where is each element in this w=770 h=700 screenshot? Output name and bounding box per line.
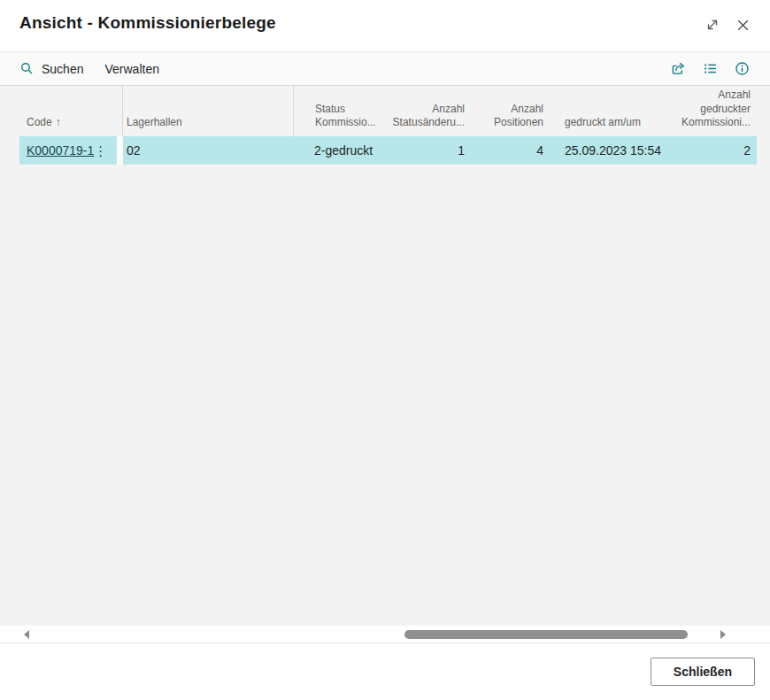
search-action[interactable]: Suchen bbox=[19, 61, 83, 76]
table-row[interactable]: K0000719-1 ⋮ 02 2-gedruckt 1 4 25.09.202… bbox=[19, 136, 757, 165]
column-header-positionen[interactable]: Anzahl Positionen bbox=[474, 86, 549, 136]
records-grid: Code ↑ Lagerhallen Status Kommissio... A… bbox=[19, 86, 757, 165]
share-icon bbox=[670, 60, 687, 77]
expand-icon bbox=[705, 17, 720, 33]
close-button[interactable] bbox=[734, 16, 751, 34]
page-title: Ansicht - Kommissionierbelege bbox=[19, 13, 276, 33]
scroll-right-icon[interactable] bbox=[720, 630, 726, 639]
freeze-pane-divider bbox=[117, 86, 123, 136]
column-header-statusaenderungen[interactable]: Anzahl Statusänderu... bbox=[382, 86, 474, 136]
table-header-row: Code ↑ Lagerhallen Status Kommissio... A… bbox=[19, 86, 757, 136]
manage-action-label: Verwalten bbox=[104, 62, 158, 76]
close-dialog-button[interactable]: Schließen bbox=[651, 658, 755, 686]
scrollbar-thumb[interactable] bbox=[404, 630, 688, 639]
cell-code: K0000719-1 ⋮ bbox=[19, 143, 117, 158]
info-button[interactable] bbox=[733, 60, 751, 78]
cell-gedruckt-am: 25.09.2023 15:54 bbox=[549, 143, 699, 158]
column-header-status[interactable]: Status Kommissio... bbox=[293, 86, 382, 136]
close-icon bbox=[735, 17, 751, 34]
sort-ascending-icon: ↑ bbox=[56, 116, 61, 130]
share-button[interactable] bbox=[669, 60, 687, 78]
column-header-gedruckt-am[interactable]: gedruckt am/um bbox=[549, 86, 699, 136]
dialog-titlebar: Ansicht - Kommissionierbelege bbox=[0, 0, 770, 51]
info-icon bbox=[734, 60, 751, 77]
cell-positionen: 4 bbox=[474, 143, 549, 158]
cell-status: 2-gedruckt bbox=[293, 143, 382, 158]
dialog-footer: Schließen bbox=[0, 643, 770, 700]
search-action-label: Suchen bbox=[42, 62, 83, 76]
search-icon bbox=[19, 61, 35, 76]
table-area: Code ↑ Lagerhallen Status Kommissio... A… bbox=[0, 86, 770, 626]
manage-action[interactable]: Verwalten bbox=[104, 62, 158, 76]
column-header-gedruckter[interactable]: Anzahl gedruckter Kommissioni... bbox=[699, 86, 757, 136]
cell-lagerhallen: 02 bbox=[123, 143, 293, 158]
record-link[interactable]: K0000719-1 bbox=[27, 143, 94, 158]
horizontal-scrollbar[interactable] bbox=[0, 626, 770, 643]
list-view-button[interactable] bbox=[701, 60, 719, 78]
expand-button[interactable] bbox=[704, 16, 721, 34]
column-header-code[interactable]: Code ↑ bbox=[19, 86, 117, 136]
action-bar: Suchen Verwalten bbox=[0, 51, 770, 86]
scroll-left-icon[interactable] bbox=[24, 630, 29, 639]
column-header-lagerhallen[interactable]: Lagerhallen bbox=[123, 86, 293, 136]
cell-statusaenderungen: 1 bbox=[382, 143, 474, 158]
list-icon bbox=[702, 60, 719, 77]
cell-gedruckter: 2 bbox=[699, 143, 757, 158]
freeze-pane-gap bbox=[117, 136, 123, 165]
row-menu-icon[interactable]: ⋮ bbox=[94, 144, 107, 158]
